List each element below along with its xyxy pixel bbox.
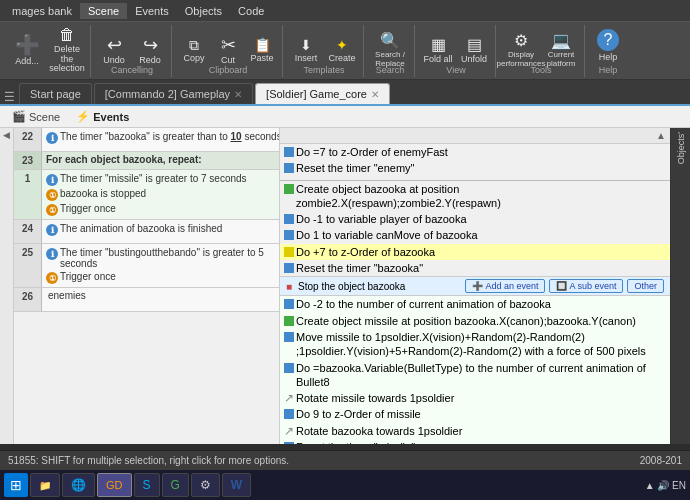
cond-line-23-1: ℹ The timer "missile" is greater to 7 se… bbox=[46, 172, 280, 187]
add-button[interactable]: ➕ Add... bbox=[8, 27, 46, 75]
menu-item-scene[interactable]: Scene bbox=[80, 3, 127, 19]
word-icon: W bbox=[231, 478, 242, 492]
row-number-23: 23 bbox=[14, 152, 42, 169]
menu-item-events[interactable]: Events bbox=[127, 3, 177, 19]
action-text-22-1: Reset the timer "enemy" bbox=[296, 161, 666, 175]
menu-item-code[interactable]: Code bbox=[230, 3, 272, 19]
event-row-25: 25 ℹ The timer "bustingoutthebando" is g… bbox=[14, 244, 279, 288]
clipboard-label: Clipboard bbox=[174, 65, 282, 75]
undo-icon: ↩ bbox=[107, 36, 122, 54]
help-button[interactable]: ? Help bbox=[591, 27, 625, 65]
taskbar-file-explorer[interactable]: 📁 bbox=[30, 473, 60, 497]
unfold-icon: ▤ bbox=[467, 37, 482, 53]
insert-label: Insert bbox=[295, 54, 318, 64]
cond-line-22-1: ℹ The timer "bazooka" is greater than to… bbox=[46, 130, 280, 145]
view-label: View bbox=[417, 65, 495, 75]
action-22-reset-enemy: Do =7 to z-Order of enemyFast bbox=[280, 144, 670, 160]
action-icon-green-22-0 bbox=[284, 184, 294, 194]
for-each-header: 23 For each object bazooka, repeat: bbox=[14, 152, 279, 170]
scene-tab-icon: 🎬 bbox=[12, 110, 26, 123]
cond-icon-trigger2: ① bbox=[46, 272, 58, 284]
start-button[interactable]: ⊞ bbox=[4, 473, 28, 497]
action-text-22-4: Do 1 to variable canMove of bazooka bbox=[296, 228, 666, 242]
stop-action-text: Stop the object bazooka bbox=[298, 281, 405, 292]
condition-cell-24: ℹ The animation of bazooka is finished bbox=[42, 220, 280, 243]
tab-commando2-close[interactable]: ✕ bbox=[234, 89, 242, 100]
toolbar-group-tools: ⚙ Displayperformances 💻 Currentplatform … bbox=[498, 25, 585, 77]
for-each-text: For each object bazooka, repeat: bbox=[42, 152, 279, 169]
sub-tab-scene[interactable]: 🎬 Scene bbox=[4, 108, 68, 125]
condition-cell-25: ℹ The timer "bustingoutthebando" is grea… bbox=[42, 244, 280, 287]
sub-tab-events[interactable]: ⚡ Events bbox=[68, 108, 137, 125]
action-text-22-6: Reset the timer "bazooka" bbox=[296, 261, 666, 275]
paste-icon: 📋 bbox=[254, 38, 271, 52]
other-button[interactable]: Other bbox=[627, 279, 664, 293]
toolbar-group-clipboard: ⧉ Copy ✂ Cut 📋 Paste Clipboard bbox=[174, 25, 283, 77]
row-number-22: 22 bbox=[14, 128, 42, 151]
menu-bar: mages bank Scene Events Objects Code bbox=[0, 0, 690, 22]
taskbar-settings[interactable]: ⚙ bbox=[191, 473, 220, 497]
action-icon-yellow-22-4 bbox=[284, 247, 294, 257]
left-panel: 22 ℹ The timer "bazooka" is greater than… bbox=[14, 128, 280, 444]
action-23-do-minus2: Do -2 to the number of current animation… bbox=[280, 296, 670, 312]
action-icon-23-0 bbox=[284, 299, 294, 309]
menu-item-objects[interactable]: Objects bbox=[177, 3, 230, 19]
scroll-up-btn[interactable]: ▲ bbox=[652, 128, 670, 143]
tab-start-page-label: Start page bbox=[30, 88, 81, 100]
stop-action-icon: ■ bbox=[286, 281, 292, 292]
browser-icon: 🌐 bbox=[71, 478, 86, 492]
add-event-button[interactable]: ➕ Add an event bbox=[465, 279, 545, 293]
cond-line-25-1: ℹ The timer "bustingoutthebando" is grea… bbox=[46, 246, 280, 270]
toolbar-group-help: ? Help Help bbox=[587, 25, 629, 77]
delete-label: Delete theselection bbox=[48, 45, 86, 75]
copy-icon: ⧉ bbox=[189, 38, 199, 52]
tab-soldier[interactable]: [Soldier] Game_core ✕ bbox=[255, 83, 390, 104]
action-22-zorder: Do +7 to z-Order of bazooka bbox=[280, 244, 670, 260]
create-label: Create bbox=[328, 54, 355, 64]
events-tab-label: Events bbox=[93, 111, 129, 123]
collapse-icon[interactable]: ◀ bbox=[3, 130, 10, 140]
fold-icon: ▦ bbox=[431, 37, 446, 53]
left-scroll-indicator: ◀ bbox=[0, 128, 14, 444]
scene-tab-label: Scene bbox=[29, 111, 60, 123]
add-sub-event-button[interactable]: 🔲 A sub event bbox=[549, 279, 623, 293]
help-label: Help bbox=[599, 53, 618, 63]
gdevelop-icon: GD bbox=[106, 479, 123, 491]
action-icon-23-7 bbox=[284, 442, 294, 444]
condition-cell-26: enemies bbox=[42, 288, 280, 311]
display-icon: ⚙ bbox=[514, 33, 528, 49]
cond-line-23-2: ① bazooka is stopped bbox=[46, 187, 280, 202]
cond-icon-timer: ℹ bbox=[46, 132, 58, 144]
fold-label: Fold all bbox=[423, 55, 452, 65]
taskbar-skype[interactable]: S bbox=[134, 473, 160, 497]
event-row-26: 26 enemies bbox=[14, 288, 279, 312]
taskbar: ⊞ 📁 🌐 GD S G ⚙ W ▲ 🔊 EN bbox=[0, 470, 690, 500]
toolbar-group-view: ▦ Fold all ▤ Unfold View bbox=[417, 25, 496, 77]
taskbar-browser[interactable]: 🌐 bbox=[62, 473, 95, 497]
menu-item-images-bank[interactable]: mages bank bbox=[4, 3, 80, 19]
taskbar-gplay[interactable]: G bbox=[162, 473, 189, 497]
add-label: Add... bbox=[15, 57, 39, 67]
platform-icon: 💻 bbox=[551, 33, 571, 49]
tab-commando2[interactable]: [Commando 2] Gameplay ✕ bbox=[94, 83, 253, 104]
right-panel: ▲ Do =7 to z-Order of enemyFast Reset th… bbox=[280, 128, 670, 444]
actions-row-23: ■ Stop the object bazooka ➕ Add an event… bbox=[280, 277, 670, 444]
unfold-label: Unfold bbox=[461, 55, 487, 65]
create-icon: ✦ bbox=[336, 38, 348, 52]
cond-icon-busting: ℹ bbox=[46, 248, 58, 260]
tab-bar: ☰ Start page [Commando 2] Gameplay ✕ [So… bbox=[0, 80, 690, 106]
action-text-23-5: Do 9 to z-Order of missile bbox=[296, 407, 666, 421]
tab-menu-icon[interactable]: ☰ bbox=[4, 90, 15, 104]
action-22-reset-timer: Reset the timer "bazooka" bbox=[280, 260, 670, 276]
tab-soldier-close[interactable]: ✕ bbox=[371, 89, 379, 100]
taskbar-word[interactable]: W bbox=[222, 473, 251, 497]
cond-text-25-2: Trigger once bbox=[60, 271, 116, 282]
cond-line-25-2: ① Trigger once bbox=[46, 270, 280, 285]
tab-start-page[interactable]: Start page bbox=[19, 83, 92, 104]
add-icon: ➕ bbox=[15, 35, 40, 55]
copy-label: Copy bbox=[183, 54, 204, 64]
taskbar-gdevelop[interactable]: GD bbox=[97, 473, 132, 497]
events-tab-icon: ⚡ bbox=[76, 110, 90, 123]
action-text-23-6: Rotate bazooka towards 1psoldier bbox=[296, 424, 666, 438]
delete-selection-button[interactable]: 🗑 Delete theselection bbox=[48, 27, 86, 75]
